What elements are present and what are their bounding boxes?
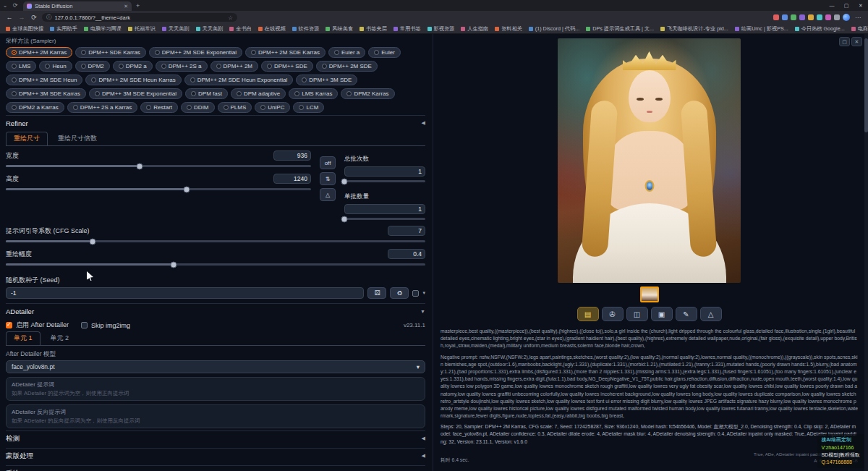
sampler-option[interactable]: Restart: [140, 102, 178, 113]
adetailer-unit-tab[interactable]: 单元 1: [6, 331, 41, 345]
bookmark-item[interactable]: 在线视频: [258, 25, 286, 33]
height-input[interactable]: [273, 174, 311, 184]
bookmark-item[interactable]: 天天美剧: [162, 25, 190, 33]
browser-tab[interactable]: Stable Diffusion ✕: [23, 1, 132, 11]
gallery-thumbnail[interactable]: [640, 287, 659, 302]
skip-img2img-checkbox[interactable]: [81, 322, 88, 328]
site-info-icon[interactable]: ⓘ: [46, 14, 52, 21]
extension-icon[interactable]: [799, 14, 805, 20]
bookmark-item[interactable]: 风味美食: [326, 25, 353, 33]
sampler-option[interactable]: DPM++ 2M: [210, 61, 258, 72]
adetailer-model-dropdown[interactable]: face_yolov8n.pt ▾: [6, 360, 425, 373]
sampler-option[interactable]: DPM++ 2S a Karras: [67, 102, 138, 113]
sampler-option[interactable]: PLMS: [218, 102, 252, 113]
sampler-option[interactable]: DPM adaptive: [231, 88, 286, 99]
resize-tab[interactable]: 重绘尺寸: [6, 132, 48, 145]
slider-handle[interactable]: [90, 238, 96, 245]
height-slider[interactable]: [6, 188, 311, 190]
sampler-option[interactable]: DPM2 a: [113, 61, 153, 72]
sub-accordion[interactable]: 蒙版处理 ◀: [6, 448, 425, 463]
generated-image[interactable]: [558, 38, 741, 283]
open-folder-button[interactable]: ▤: [577, 307, 599, 321]
sampler-option[interactable]: DPM fast: [185, 88, 228, 99]
refresh-button[interactable]: ⟳: [30, 14, 38, 21]
size-from-image-button[interactable]: △: [320, 188, 336, 201]
enable-adetailer-checkbox[interactable]: [6, 322, 12, 328]
save-image-button[interactable]: ✇: [602, 307, 624, 321]
adetailer-accordion[interactable]: ADetailer ▼: [6, 303, 425, 318]
bookmark-item[interactable]: 电脑学习网课: [84, 25, 122, 33]
bookmark-item[interactable]: 影视资源: [427, 25, 455, 33]
sampler-option[interactable]: Euler: [368, 47, 401, 58]
close-preview-button[interactable]: ✕: [851, 37, 862, 46]
bookmark-item[interactable]: 全球美图快搜: [6, 25, 43, 33]
url-bar[interactable]: ⓘ 127.0.0.1:7860/?__theme=dark ☆: [42, 13, 237, 22]
sampler-option[interactable]: DPM++ 3M SDE: [296, 75, 357, 85]
refiner-accordion[interactable]: Refiner ◀: [6, 115, 425, 130]
sampler-option[interactable]: DPM++ 2M SDE Heun: [6, 75, 82, 85]
sampler-option[interactable]: UniPC: [255, 102, 290, 113]
extension-icon[interactable]: [834, 14, 840, 20]
browser-menu-icon[interactable]: ⋯: [853, 14, 863, 21]
batch-size-input[interactable]: [344, 204, 425, 214]
sampler-option[interactable]: DPM++ 2M SDE Karras: [245, 47, 326, 58]
slider-handle[interactable]: [341, 216, 348, 222]
sampler-option[interactable]: DPM++ 2S a: [156, 61, 208, 72]
resize-tab[interactable]: 重绘尺寸倍数: [50, 132, 105, 145]
swap-dimensions-button[interactable]: ⇅: [320, 172, 336, 185]
sampler-option[interactable]: Euler a: [328, 47, 365, 58]
sampler-option[interactable]: DPM++ 2M SDE Heun Exponential: [184, 75, 294, 85]
cfg-slider[interactable]: [6, 240, 425, 242]
bookmark-item[interactable]: 绘画Umc | 影视PS...: [735, 25, 788, 33]
bookmark-item[interactable]: (1) Discord | 代码...: [529, 25, 579, 33]
bookmark-item[interactable]: 软件资源: [292, 25, 320, 33]
tab-search-icon[interactable]: ⌄: [0, 2, 10, 9]
sampler-option[interactable]: DPM2: [75, 61, 110, 72]
bookmark-item[interactable]: 全书白: [229, 25, 252, 33]
minimize-button[interactable]: —: [825, 0, 839, 11]
slider-handle[interactable]: [137, 163, 143, 169]
new-tab-button[interactable]: +: [136, 2, 140, 9]
sampler-option[interactable]: DPM++ 3M SDE Karras: [6, 88, 86, 99]
cfg-input[interactable]: [388, 226, 425, 236]
maximize-button[interactable]: ▢: [839, 0, 854, 11]
seed-input[interactable]: [6, 287, 364, 299]
batch-count-input[interactable]: [344, 166, 425, 177]
extension-icon[interactable]: [782, 14, 788, 20]
page-scrollbar[interactable]: [864, 34, 868, 471]
off-button[interactable]: off: [320, 156, 336, 169]
sampler-option[interactable]: DPM++ 2M SDE Exponential: [149, 47, 242, 58]
sampler-option[interactable]: DPM2 Karras: [341, 88, 394, 99]
sampler-option[interactable]: DPM++ 2M Karras: [6, 47, 72, 58]
bookmark-item[interactable]: DPs 提示词生成工具 | 文...: [586, 25, 654, 33]
extension-icon[interactable]: [773, 14, 779, 20]
bookmark-item[interactable]: 电商问题: [851, 25, 868, 33]
sampler-option[interactable]: Heun: [39, 61, 72, 72]
back-button[interactable]: ←: [5, 14, 14, 21]
slider-handle[interactable]: [184, 186, 190, 192]
tab-close-icon[interactable]: ✕: [124, 4, 128, 9]
sampler-option[interactable]: LCM: [293, 102, 324, 113]
sampler-option[interactable]: DPM++ 2M SDE: [316, 61, 378, 72]
bookmark-item[interactable]: 书签夹层: [359, 25, 387, 33]
denoise-slider[interactable]: [6, 263, 425, 266]
extension-icon[interactable]: [817, 14, 822, 20]
bookmark-item[interactable]: 今日热榜 Google...: [795, 25, 845, 33]
sampler-option[interactable]: LMS: [6, 61, 36, 72]
send-to-img2img-button[interactable]: ▣: [651, 307, 673, 321]
bookmark-item[interactable]: 人生指南: [461, 25, 488, 33]
sub-accordion[interactable]: 检测 ◀: [6, 430, 425, 446]
width-slider[interactable]: [6, 165, 311, 167]
fullscreen-button[interactable]: ▢: [839, 37, 850, 46]
bookmark-item[interactable]: 资料相关: [495, 25, 522, 33]
refresh-small-icon[interactable]: ⟳: [10, 2, 20, 9]
send-to-extras-button[interactable]: △: [700, 307, 722, 321]
send-to-inpaint-button[interactable]: ✎: [676, 307, 697, 321]
adetailer-prompt-textarea[interactable]: ADetailer 提示词 如果 ADetailer 的提示词为空，则使用正向提…: [6, 377, 425, 401]
sampler-option[interactable]: DPM++ 3M SDE Exponential: [89, 88, 182, 99]
sampler-option[interactable]: DPM++ SDE Karras: [75, 47, 146, 58]
adetailer-negative-textarea[interactable]: ADetailer 反向提示词 如果 ADetailer 的反向提示词为空，则使…: [6, 404, 425, 428]
forward-button[interactable]: →: [17, 14, 26, 21]
adetailer-unit-tab[interactable]: 单元 2: [43, 331, 77, 345]
sub-accordion[interactable]: 重绘 ◀: [6, 465, 425, 471]
